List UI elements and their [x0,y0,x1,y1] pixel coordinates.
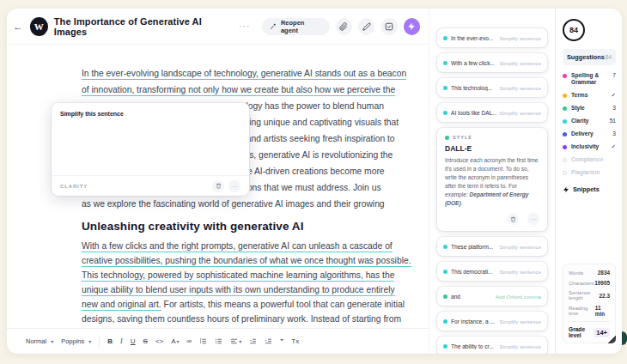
main-card: ← W The Importance of Generative AI Imag… [7,9,622,354]
italic-button[interactable]: I [120,337,123,345]
align-button[interactable]: ▾ [230,337,241,345]
text-line: unique ability to blend user inputs with… [82,282,413,297]
stat-row: Reading time 11 min [569,305,610,317]
popup-footer: CLARITY ··· [52,175,249,196]
underline-button[interactable]: U [131,337,136,345]
suggestion-card[interactable]: For instance, a ... Simplify sentence [437,312,547,331]
ordered-list-icon [199,337,207,345]
suggestions-header[interactable]: Suggestions 84 [563,49,616,65]
suggestion-action: Add Oxford comma [496,294,541,300]
suggestion-title: DALL-E [445,144,539,153]
suggestion-snippet: These platform... [451,244,493,250]
suggestion-snippet: and [451,294,460,300]
category-item[interactable]: Terms ✓ [563,92,616,99]
category-item[interactable]: Clarity 51 [563,118,616,124]
suggestion-card[interactable]: These platform... Simplify sentence [437,237,547,256]
bold-button[interactable]: B [107,337,113,345]
chevron-down-icon: ▾ [177,338,180,344]
app-window: ← W The Importance of Generative AI Imag… [0,0,627,364]
stat-label: Sentence length [569,290,600,300]
suggestion-card[interactable]: In the ever-evo... Simplify sentence [437,28,547,47]
document-stats-panel: Words 2834 Characters 19905 Sentence len… [563,264,616,343]
reopen-agent-label: Reopen agent [281,19,322,34]
card-more-button[interactable]: ··· [527,213,539,225]
underlined-suggestion-text[interactable]: This technology, powered by sophisticate… [82,270,394,282]
background-accent-shape-right [621,331,627,345]
paragraph-style-select[interactable]: Normal▾ [26,337,53,345]
category-label: Inclusivity [571,143,599,150]
category-list: Spelling & Grammar 7 Terms ✓ Style 3 Cla… [563,72,616,176]
suggestion-card[interactable]: This technolog... Simplify sentence [437,78,547,97]
category-count: 3 [612,130,616,136]
snippets-item[interactable]: Snippets [563,185,616,193]
indent-button[interactable] [265,337,272,345]
dismiss-suggestion-button[interactable] [507,213,519,225]
suggestion-list-top: In the ever-evo... Simplify sentence Wit… [437,28,547,122]
reopen-agent-button[interactable]: Reopen agent [262,18,329,35]
suggestion-snippet: This democrati... [451,269,493,275]
outdent-button[interactable] [249,337,257,345]
editor-column: ← W The Importance of Generative AI Imag… [7,9,429,354]
category-dot [443,61,447,65]
tasks-button[interactable] [380,18,397,35]
bullet-list-icon [215,337,222,345]
paragraph-2: With a few clicks and the right prompts,… [82,239,413,326]
strikethrough-button[interactable]: S [143,337,148,345]
popup-more-button[interactable]: ··· [228,180,240,192]
document-editor[interactable]: In the ever-evolving landscape of techno… [7,45,429,328]
category-dot [443,111,447,115]
ordered-list-button[interactable] [199,337,207,345]
lightning-icon [407,22,416,31]
category-label: Delivery [571,130,594,137]
suggestion-card[interactable]: AI tools like DAL... Simplify sentence [437,103,547,122]
suggestion-card[interactable]: This democrati... Simplify sentence [437,262,547,281]
text-line: of innovation, transforming not only how… [82,82,413,98]
font-select[interactable]: Poppins▾ [61,337,91,345]
popup-category-label: CLARITY [60,184,88,189]
stat-row: Sentence length 22.3 [569,290,610,300]
suggestion-card[interactable]: The ability to cr... Simplify sentence [437,337,547,354]
pen-button[interactable] [358,18,374,35]
category-count: ✓ [611,143,616,150]
category-item[interactable]: Style 3 [563,105,616,112]
suggestion-card[interactable]: With a few click... Simplify sentence [437,53,547,72]
clear-formatting-button[interactable]: Tx [291,337,299,345]
text-line: designs, saving them countless hours of … [82,312,413,326]
category-dot [443,270,447,274]
underlined-suggestion-text[interactable]: With a few clicks and the right prompts,… [82,241,393,252]
suggestion-action: Simplify sentence [500,269,542,275]
assistant-button[interactable] [404,18,420,35]
dismiss-suggestion-button[interactable] [212,180,224,192]
stat-label: Characters [569,281,594,286]
plain-text: For artists, this means a powerful tool … [161,300,405,309]
back-button[interactable]: ← [12,21,24,32]
underlined-suggestion-text[interactable]: of innovation, transforming not only how… [82,85,395,96]
title-more-button[interactable]: ··· [239,21,250,31]
underlined-suggestion-text[interactable]: In the ever-evolving landscape of techno… [82,69,406,80]
category-item[interactable]: Spelling & Grammar 7 [563,72,616,86]
suggestion-card[interactable]: and Add Oxford comma [437,287,547,306]
text-line: This technology, powered by sophisticate… [82,268,413,282]
page-curl-decoration [608,336,616,343]
attach-button[interactable] [336,18,352,35]
link-button[interactable]: ∞ [187,337,192,345]
overall-score[interactable]: 84 [563,19,585,41]
underlined-suggestion-text[interactable]: creative possibilities, pushing the boun… [82,256,411,267]
bullet-list-button[interactable] [215,337,222,345]
category-dot [563,94,567,98]
underlined-suggestion-text[interactable]: new and original art. [82,300,161,311]
trash-icon [510,216,516,222]
category-item[interactable]: Delivery 3 [563,130,616,137]
category-item[interactable]: Inclusivity ✓ [563,143,616,150]
category-label: Terms [571,92,587,99]
category-label: Spelling & Grammar [571,72,608,86]
check-square-icon [385,22,393,31]
text-color-button[interactable]: A▾ [171,337,179,345]
expanded-suggestion-card[interactable]: STYLE DALL-E Introduce each acronym the … [437,128,547,231]
underlined-suggestion-text[interactable]: unique ability to blend user inputs with… [82,285,395,296]
blockquote-button[interactable]: ” [280,337,283,345]
category-item[interactable]: Compliance [563,156,616,163]
suggestion-action: Simplify sentence [500,85,542,91]
code-button[interactable]: <> [155,337,163,345]
category-item[interactable]: Plagiarism [563,169,616,176]
